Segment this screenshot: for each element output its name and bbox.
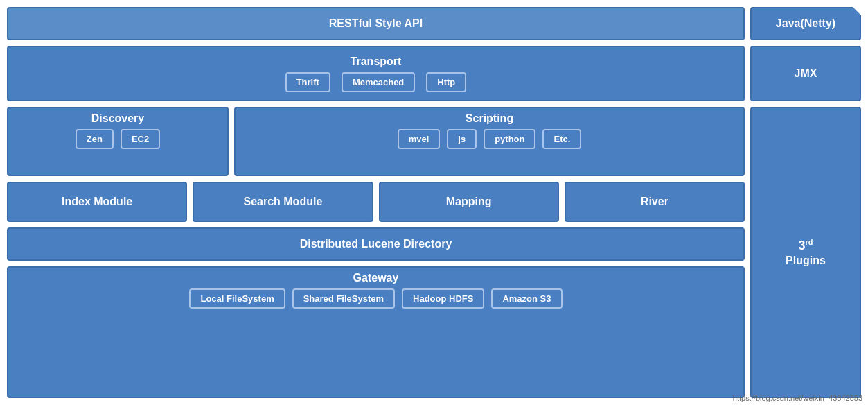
java-netty-box: Java(Netty)	[750, 7, 861, 40]
river-box: River	[565, 182, 745, 222]
modules-row: Index Module Search Module Mapping River	[7, 182, 745, 222]
main-container: RESTful Style API Transport Thrift Memca…	[0, 0, 868, 405]
index-module-box: Index Module	[7, 182, 187, 222]
gateway-title: Gateway	[15, 272, 736, 284]
discovery-zen: Zen	[76, 129, 114, 149]
gateway-shared-fs: Shared FileSystem	[292, 288, 395, 309]
scripting-title: Scripting	[242, 112, 736, 125]
search-module-box: Search Module	[193, 182, 373, 222]
scripting-items: mvel js python Etc.	[242, 129, 736, 149]
gateway-box: Gateway Local FileSystem Shared FileSyst…	[7, 266, 745, 398]
transport-items: Thrift Memcached Http	[285, 72, 467, 92]
gateway-hadoop-hdfs: Hadoop HDFS	[402, 288, 484, 309]
restful-api-box: RESTful Style API	[7, 7, 745, 40]
jmx-box: JMX	[750, 46, 861, 101]
plugins-label: Plugins	[786, 255, 826, 267]
discovery-ec2: EC2	[121, 129, 160, 149]
mapping-box: Mapping	[379, 182, 559, 222]
discovery-title: Discovery	[15, 112, 220, 125]
restful-api-label: RESTful Style API	[329, 17, 423, 30]
discovery-scripting-row: Discovery Zen EC2 Scripting mvel	[7, 107, 745, 176]
discovery-items: Zen EC2	[15, 129, 220, 149]
transport-http: Http	[426, 72, 466, 92]
scripting-etc: Etc.	[542, 129, 581, 149]
distributed-lucene-box: Distributed Lucene Directory	[7, 227, 745, 261]
jmx-label: JMX	[795, 67, 817, 80]
transport-title: Transport	[351, 55, 402, 68]
plugins-box: 3rd Plugins	[750, 107, 861, 398]
transport-box: Transport Thrift Memcached Http	[7, 46, 745, 101]
plugins-3rd-label: 3rd	[798, 238, 813, 253]
scripting-js: js	[447, 129, 477, 149]
discovery-box: Discovery Zen EC2	[7, 107, 229, 176]
gateway-local-fs: Local FileSystem	[189, 288, 285, 309]
right-section: Java(Netty) JMX 3rd Plugins	[750, 7, 861, 398]
watermark: https://blog.csdn.net/weixin_43842853	[733, 394, 862, 402]
scripting-box: Scripting mvel js python Etc.	[234, 107, 745, 176]
gateway-items: Local FileSystem Shared FileSystem Hadoo…	[15, 288, 736, 309]
scripting-python: python	[484, 129, 535, 149]
gateway-amazon-s3: Amazon S3	[491, 288, 562, 309]
scripting-mvel: mvel	[398, 129, 441, 149]
distributed-lucene-label: Distributed Lucene Directory	[300, 238, 452, 250]
java-netty-label: Java(Netty)	[776, 17, 835, 30]
left-section: RESTful Style API Transport Thrift Memca…	[7, 7, 745, 398]
transport-memcached: Memcached	[342, 72, 415, 92]
transport-thrift: Thrift	[285, 72, 330, 92]
